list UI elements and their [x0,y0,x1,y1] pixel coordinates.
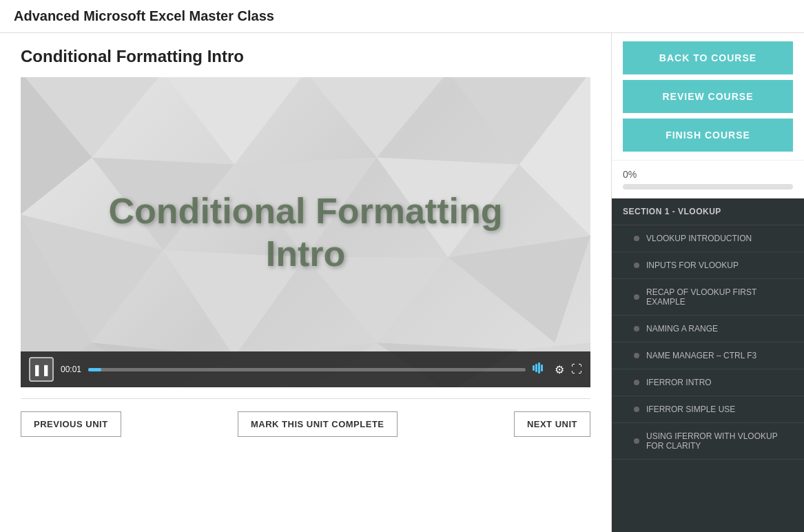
course-menu: SECTION 1 - VLOOKUP VLOOKUP INTRODUCTION… [612,198,804,532]
svg-rect-19 [533,365,535,371]
svg-marker-11 [448,236,590,342]
video-progress-fill [88,368,101,371]
progress-bar-outer [623,184,793,190]
settings-icon[interactable]: ⚙ [555,363,564,376]
pause-button[interactable]: ❚❚ [29,357,54,382]
menu-dot-5 [634,380,639,385]
menu-dot-6 [634,407,639,412]
main-layout: Conditional Formatting Intro [0,33,804,532]
video-progress-bar[interactable] [88,368,526,371]
menu-dot-3 [634,326,639,331]
video-timestamp: 00:01 [61,365,81,374]
video-background: Conditional Formatting Intro [21,77,590,387]
back-to-course-button[interactable]: BACK TO COURSE [623,41,793,74]
next-unit-button[interactable]: NEXT UNIT [514,411,590,437]
video-controls: ❚❚ 00:01 ⚙ ⛶ [21,351,590,387]
unit-title: Conditional Formatting Intro [21,47,590,66]
svg-marker-9 [163,250,306,357]
fullscreen-icon[interactable]: ⛶ [571,363,582,376]
progress-section: 0% [612,160,804,198]
sidebar: BACK TO COURSE REVIEW COURSE FINISH COUR… [611,33,804,532]
menu-item-1[interactable]: INPUTS FOR VLOOKUP [612,252,804,279]
sidebar-action-buttons: BACK TO COURSE REVIEW COURSE FINISH COUR… [612,33,804,160]
menu-item-4[interactable]: NAME MANAGER – CTRL F3 [612,342,804,369]
previous-unit-button[interactable]: PREVIOUS UNIT [21,411,121,437]
unit-navigation: PREVIOUS UNIT MARK THIS UNIT COMPLETE NE… [21,398,590,449]
svg-marker-6 [377,157,519,257]
svg-rect-20 [535,364,537,372]
menu-dot-4 [634,353,639,358]
menu-item-label-1: INPUTS FOR VLOOKUP [646,260,739,270]
menu-item-label-3: NAMING A RANGE [646,324,718,334]
menu-item-label-4: NAME MANAGER – CTRL F3 [646,351,756,360]
svg-marker-1 [163,77,306,165]
content-area: Conditional Formatting Intro [0,33,611,532]
menu-item-label-2: RECAP OF VLOOKUP FIRST EXAMPLE [646,287,793,307]
course-title: Advanced Microsoft Excel Master Class [14,8,790,24]
menu-item-label-5: IFERROR INTRO [646,378,712,387]
mark-complete-button[interactable]: MARK THIS UNIT COMPLETE [238,411,398,437]
menu-item-label-7: USING IFERROR WITH VLOOKUP FOR CLARITY [646,431,793,451]
menu-dot-7 [634,438,639,444]
svg-marker-2 [92,157,234,249]
menu-dot-0 [634,236,639,241]
volume-icon[interactable] [533,362,548,377]
finish-course-button[interactable]: FINISH COURSE [623,119,793,152]
video-player[interactable]: Conditional Formatting Intro ❚❚ 00:01 [21,77,590,387]
top-bar: Advanced Microsoft Excel Master Class [0,0,804,33]
menu-dot-2 [634,294,639,300]
section-header: SECTION 1 - VLOOKUP [612,198,804,225]
menu-item-3[interactable]: NAMING A RANGE [612,316,804,342]
menu-item-label-6: IFERROR SIMPLE USE [646,405,735,414]
menu-dot-1 [634,263,639,268]
svg-marker-7 [234,157,377,257]
menu-item-label-0: VLOOKUP INTRODUCTION [646,234,752,243]
review-course-button[interactable]: REVIEW COURSE [623,80,793,113]
menu-item-5[interactable]: IFERROR INTRO [612,369,804,396]
svg-marker-10 [306,257,449,342]
menu-item-2[interactable]: RECAP OF VLOOKUP FIRST EXAMPLE [612,279,804,316]
svg-rect-21 [538,362,540,374]
menu-item-7[interactable]: USING IFERROR WITH VLOOKUP FOR CLARITY [612,423,804,460]
progress-label: 0% [623,169,793,180]
menu-item-6[interactable]: IFERROR SIMPLE USE [612,396,804,423]
menu-item-0[interactable]: VLOOKUP INTRODUCTION [612,225,804,252]
geo-background [21,77,590,387]
svg-rect-22 [541,365,543,371]
svg-marker-4 [306,77,449,157]
menu-items-container: VLOOKUP INTRODUCTIONINPUTS FOR VLOOKUPRE… [612,225,804,460]
